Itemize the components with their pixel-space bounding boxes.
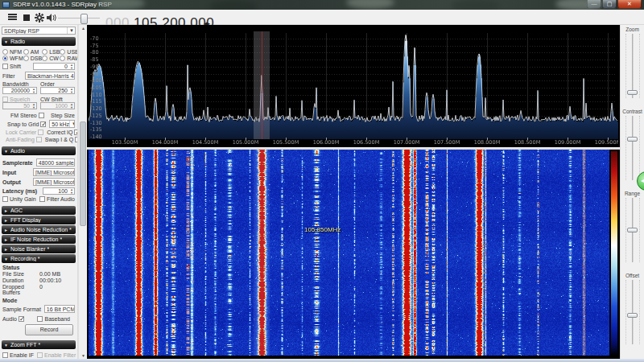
record-audio-checkbox[interactable] xyxy=(19,316,24,322)
collapse-arrow-icon: ► xyxy=(4,247,8,252)
latency-input[interactable]: 100▲▼ xyxy=(43,187,75,195)
step-size-select[interactable]: 50 kHz▼ xyxy=(49,120,75,128)
panel-header-agc[interactable]: ►AGC xyxy=(2,206,76,215)
range-slider[interactable]: Range xyxy=(621,191,644,262)
collapse-arrow-icon: ▼ xyxy=(4,39,8,44)
panel-header-audio[interactable]: ▼ Audio xyxy=(2,146,76,155)
speaker-icon[interactable] xyxy=(47,14,57,22)
unity-gain-checkbox[interactable] xyxy=(2,196,8,202)
squelch-checkbox[interactable] xyxy=(2,97,8,102)
record-button[interactable]: Record xyxy=(25,324,73,335)
gear-icon[interactable] xyxy=(35,13,44,23)
menu-icon[interactable] xyxy=(8,14,17,21)
file-size-value: 0.00 MB xyxy=(39,271,75,277)
mode-cw[interactable]: CW xyxy=(42,56,60,61)
window-bottom-border xyxy=(0,359,644,362)
display-area: 105.850MHz xyxy=(87,25,620,359)
collapse-arrow-icon: ▼ xyxy=(4,257,8,261)
close-button[interactable]: ✕ xyxy=(617,0,642,9)
sidebar: SDRplay RSP ▼ ▼ Radio NFMAMLSBUSBWFMDSBC… xyxy=(0,25,78,359)
fm-stereo-checkbox[interactable] xyxy=(39,113,44,118)
source-select[interactable]: SDRplay RSP ▼ xyxy=(2,27,76,35)
panel-header-fft-display[interactable]: ►FFT Display xyxy=(2,216,76,224)
panel-header-recording[interactable]: ▼ Recording * xyxy=(2,254,76,263)
scroll-up-icon[interactable]: ▲ xyxy=(80,26,86,31)
snap-to-grid-checkbox[interactable] xyxy=(40,121,46,127)
radio-icon[interactable] xyxy=(2,49,8,55)
filter-select[interactable]: Blackman-Harris 4▼ xyxy=(25,72,75,80)
bandwidth-input[interactable]: 200000▲▼ xyxy=(2,87,37,94)
cw-shift-input[interactable]: 1000▲▼ xyxy=(40,102,75,109)
radio-icon[interactable] xyxy=(2,56,8,61)
sdrsharp-window: SDR# v1.0.0.1443 - SDRplay RSP — ▢ ✕ 000… xyxy=(0,0,644,362)
collapse-arrow-icon: ► xyxy=(4,228,8,232)
spectrum-plot[interactable] xyxy=(89,27,618,146)
zoom-slider[interactable]: Zoom xyxy=(621,27,644,98)
chevron-down-icon: ▼ xyxy=(69,121,75,127)
display-controls-panel: ZoomContrastRangeOffset xyxy=(620,25,644,359)
volume-slider[interactable] xyxy=(58,18,100,19)
waterfall-plot[interactable] xyxy=(89,150,609,356)
record-baseband-checkbox[interactable] xyxy=(37,316,43,322)
maximize-button[interactable]: ▢ xyxy=(602,0,617,9)
mode-dsb[interactable]: DSB xyxy=(23,56,42,61)
contrast-slider-thumb[interactable] xyxy=(627,137,638,142)
squelch-input[interactable]: 50▲▼ xyxy=(2,102,37,109)
panel-header-if-noise-reduction[interactable]: ►IF Noise Reduction * xyxy=(2,235,76,244)
shift-checkbox[interactable] xyxy=(2,64,8,69)
filter-audio-checkbox[interactable] xyxy=(39,196,45,202)
waterfall-color-scale xyxy=(611,151,617,356)
panel-header-radio[interactable]: ▼ Radio xyxy=(2,37,76,46)
offset-slider[interactable]: Offset xyxy=(621,273,644,344)
mode-wfm[interactable]: WFM xyxy=(2,56,23,61)
sample-format-select[interactable]: 16 Bit PCM▼ xyxy=(44,305,75,313)
mode-lsb[interactable]: LSB xyxy=(42,49,60,55)
zoom-slider-thumb[interactable] xyxy=(627,90,638,95)
dropped-buffers-value: 0 xyxy=(39,284,75,295)
collapse-arrow-icon: ▼ xyxy=(4,343,8,348)
radio-icon[interactable] xyxy=(42,56,47,61)
radio-icon[interactable] xyxy=(42,49,47,55)
title-bar[interactable]: SDR# v1.0.0.1443 - SDRplay RSP — ▢ ✕ xyxy=(0,0,644,10)
radio-icon[interactable] xyxy=(60,56,65,61)
range-slider-thumb[interactable] xyxy=(627,228,638,232)
scrollbar-thumb[interactable] xyxy=(80,121,86,226)
order-input[interactable]: 250▲▼ xyxy=(40,87,75,94)
radio-icon[interactable] xyxy=(23,49,29,55)
duration-value: 00:00:10 xyxy=(39,278,75,283)
collapse-arrow-icon: ► xyxy=(4,208,8,213)
samplerate-select[interactable]: 48000 sample/sec▼ xyxy=(36,158,75,167)
mode-usb[interactable]: USB xyxy=(60,49,78,55)
collapse-arrow-icon: ► xyxy=(4,237,8,242)
stop-button[interactable] xyxy=(23,14,30,21)
toolbar: 000.105.200.000 ◂▸ xyxy=(0,10,644,25)
anti-fading-checkbox[interactable] xyxy=(36,137,42,142)
volume-slider-thumb[interactable] xyxy=(80,14,88,24)
sidebar-scrollbar[interactable]: ▲ ▼ xyxy=(78,25,87,359)
enable-if-checkbox[interactable] xyxy=(2,352,8,358)
audio-output-select[interactable]: [MME] Microsoft S▼ xyxy=(33,178,75,186)
chevron-down-icon: ▼ xyxy=(67,27,74,34)
demod-mode-group: NFMAMLSBUSBWFMDSBCWRAW xyxy=(2,49,75,61)
panel-header-noise-blanker[interactable]: ►Noise Blanker * xyxy=(2,245,76,253)
shift-input[interactable]: 0▲▼ xyxy=(33,63,75,70)
enable-filter-checkbox[interactable] xyxy=(37,352,43,358)
mode-nfm[interactable]: NFM xyxy=(2,49,23,55)
chevron-down-icon: ▼ xyxy=(74,72,75,79)
audio-input-select[interactable]: [MME] Microsoft S▼ xyxy=(33,168,75,176)
scroll-down-icon[interactable]: ▼ xyxy=(80,353,86,358)
mode-raw[interactable]: RAW xyxy=(60,56,78,61)
radio-icon[interactable] xyxy=(23,56,29,61)
app-icon xyxy=(2,2,10,8)
collapse-arrow-icon: ▼ xyxy=(4,149,8,154)
offset-slider-thumb[interactable] xyxy=(627,313,638,318)
panel-header-audio-noise-reduction[interactable]: ►Audio Noise Reduction * xyxy=(2,225,76,234)
contrast-slider[interactable]: Contrast xyxy=(621,109,644,180)
mode-am[interactable]: AM xyxy=(23,49,42,55)
collapse-arrow-icon: ► xyxy=(4,218,8,223)
radio-icon[interactable] xyxy=(60,49,65,55)
frequency-tooltip: 105.850MHz xyxy=(304,226,341,233)
panel-header-zoom-fft[interactable]: ▼ Zoom FFT * xyxy=(2,340,76,349)
lock-carrier-checkbox[interactable] xyxy=(38,130,43,135)
